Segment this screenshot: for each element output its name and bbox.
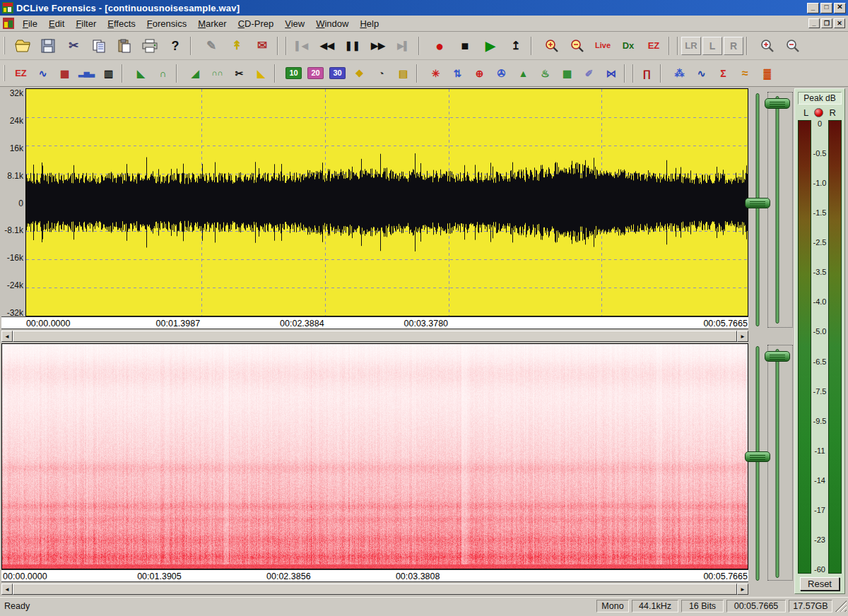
menu-item[interactable]: Help [354, 17, 384, 30]
go-start-button[interactable]: ▌◀ [290, 35, 314, 57]
ramp-triangle-button[interactable]: ◣ [251, 64, 271, 83]
fade-dome-button[interactable]: ∩ [153, 64, 173, 83]
waveform-tools-button[interactable]: ∿ [33, 64, 53, 83]
mail-sample-button[interactable]: ✉ [250, 35, 274, 57]
scene-view-button[interactable]: ▤ [393, 64, 413, 83]
wavelet-scope-button[interactable]: ∿ [691, 64, 712, 83]
save-button[interactable] [36, 35, 60, 57]
channel-left-button[interactable]: L [702, 37, 722, 55]
sigma-cross-button[interactable]: Σ [713, 64, 734, 83]
scroll-left-button[interactable]: ◄ [1, 584, 13, 595]
pencil-tool-button[interactable]: ✎ [199, 35, 223, 57]
cut-region-button[interactable]: ✂ [229, 64, 249, 83]
fast-forward-button[interactable]: ▶▶ [366, 35, 390, 57]
scroll-thumb[interactable] [13, 584, 737, 595]
resize-grip-icon[interactable] [835, 600, 847, 612]
scroll-right-button[interactable]: ► [737, 331, 748, 342]
slider-track[interactable] [776, 349, 779, 578]
ez-mode-button[interactable]: EZ [642, 35, 666, 57]
menu-item[interactable]: CD-Prep [232, 17, 280, 30]
waveform-canvas[interactable] [26, 89, 748, 316]
drill-tool-button[interactable]: ✇ [491, 64, 512, 83]
minimize[interactable]: _ [807, 3, 819, 13]
pause-button[interactable]: ❚❚ [341, 35, 365, 57]
go-end-button[interactable]: ▶▌ [391, 35, 416, 57]
molecule-dots-button[interactable]: ⁂ [669, 64, 690, 83]
ramp-up-button[interactable]: ◢ [185, 64, 206, 83]
close[interactable]: ✕ [834, 3, 846, 13]
slider-track[interactable] [756, 93, 760, 326]
double-dome-button[interactable]: ∩∩ [207, 64, 228, 83]
paste-button[interactable] [112, 35, 136, 57]
dual-wave-button[interactable]: ≈ [735, 64, 755, 83]
mdi-close[interactable]: ✕ [834, 18, 845, 28]
spectral-fire-button[interactable]: ▓ [757, 64, 777, 83]
reset-button[interactable]: Reset [800, 577, 840, 591]
print-button[interactable] [138, 35, 162, 57]
channels-lr-button[interactable]: LR [681, 37, 701, 55]
scroll-right-button[interactable]: ► [737, 584, 748, 595]
eq-10-band-button[interactable]: 10 [283, 64, 304, 83]
slider-handle[interactable] [765, 98, 790, 109]
marker-tool-button[interactable]: ↟ [225, 35, 249, 57]
menu-item[interactable]: Marker [192, 17, 232, 30]
open-button[interactable] [11, 35, 35, 57]
waveform-gain-slider[interactable] [763, 96, 791, 324]
patch-tree-button[interactable]: ❖ [349, 64, 370, 83]
mountain-filter-button[interactable]: ▲ [513, 64, 534, 83]
play-button[interactable]: ▶ [478, 35, 502, 57]
spectrogram-canvas[interactable] [2, 344, 748, 569]
file-info-button[interactable]: ▥ [98, 64, 119, 83]
help-button[interactable]: ? [163, 35, 187, 57]
toolbar-grip[interactable] [4, 37, 6, 54]
waveform-time-ruler[interactable]: 00:00.000000:01.398700:02.388400:03.3780… [1, 316, 748, 329]
slider-track[interactable] [776, 96, 779, 324]
slider-handle[interactable] [765, 351, 790, 362]
analyzer-display-button[interactable]: ▦ [54, 64, 75, 83]
record-button[interactable]: ● [428, 35, 452, 57]
menu-item[interactable]: Forensics [141, 17, 192, 30]
stop-button[interactable]: ■ [453, 35, 477, 57]
rewind-button[interactable]: ◀◀ [315, 35, 339, 57]
scroll-track[interactable] [13, 331, 737, 342]
zoom-in-button[interactable] [755, 35, 779, 57]
copy-button[interactable] [87, 35, 111, 57]
mdi-minimize[interactable]: _ [808, 18, 820, 28]
toolbar-grip[interactable] [4, 65, 6, 81]
sparkle-filter-button[interactable]: ✳ [425, 64, 446, 83]
scroll-track[interactable] [13, 584, 737, 595]
mdi-restore[interactable]: ❐ [821, 18, 832, 28]
zoom-out-button[interactable] [781, 35, 805, 57]
fade-out-button[interactable]: ◣ [131, 64, 151, 83]
menu-item[interactable]: View [279, 17, 310, 30]
slider-track[interactable] [756, 346, 760, 581]
menu-item[interactable]: Filter [70, 17, 102, 30]
menu-item[interactable]: Edit [43, 17, 70, 30]
ez-filters-button[interactable]: EZ [11, 64, 31, 83]
directx-plugins-button[interactable]: Dx [616, 35, 640, 57]
zoom-selection-in-button[interactable] [540, 35, 564, 57]
square-wave-button[interactable]: ∏ [637, 64, 657, 83]
zoom-selection-out-button[interactable] [565, 35, 589, 57]
tube-filter-button[interactable]: ⊕ [469, 64, 490, 83]
live-meters-button[interactable]: Live [591, 35, 615, 57]
bowtie-filter-button[interactable]: ⋈ [601, 64, 621, 83]
scroll-left-button[interactable]: ◄ [1, 331, 13, 342]
maximize[interactable]: □ [820, 3, 832, 13]
menu-item[interactable]: File [17, 17, 43, 30]
eq-20-band-button[interactable]: 20 [305, 64, 326, 83]
gauge-button[interactable]: ◔ [371, 64, 391, 83]
capture-button[interactable]: ↥ [504, 35, 528, 57]
blender-tool-button[interactable]: ♨ [535, 64, 555, 83]
green-monitor-button[interactable]: ▦ [557, 64, 577, 83]
scroll-thumb[interactable] [13, 331, 737, 342]
spectrogram-time-ruler[interactable]: 00:00.000000:01.390500:02.385600:03.3808… [1, 569, 748, 582]
spectrogram-gain-slider[interactable] [763, 349, 791, 578]
sort-arrows-button[interactable]: ⇅ [447, 64, 468, 83]
menu-item[interactable]: Window [310, 17, 354, 30]
cut-button[interactable]: ✂ [61, 35, 86, 57]
cleanup-brush-button[interactable]: ✐ [579, 64, 599, 83]
channel-right-button[interactable]: R [724, 37, 743, 55]
menu-item[interactable]: Effects [102, 17, 141, 30]
spectrum-bars-button[interactable]: ▂▅▃ [76, 64, 97, 83]
